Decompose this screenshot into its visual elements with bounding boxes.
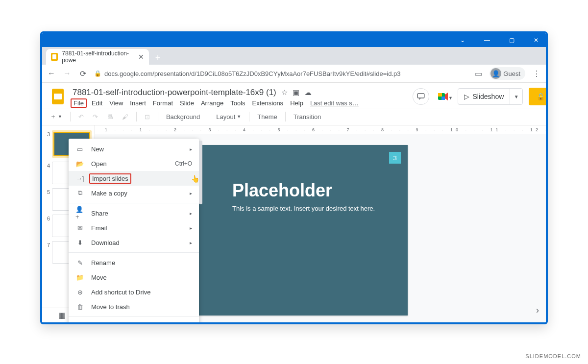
url-text: docs.google.com/presentation/d/1D9CiL08o…	[104, 70, 400, 77]
new-tab-button[interactable]: +	[151, 51, 165, 65]
menu-item-move[interactable]: 📁Move	[69, 270, 199, 285]
menu-item-make-copy[interactable]: ⧉Make a copy▸	[69, 186, 199, 200]
kebab-menu-icon[interactable]: ⋮	[532, 69, 541, 78]
menu-insert[interactable]: Insert	[130, 99, 146, 107]
subtitle-placeholder[interactable]: This is a sample text. Insert your desir…	[232, 205, 375, 212]
menu-slide[interactable]: Slide	[180, 99, 194, 107]
menu-item-open[interactable]: 📂OpenCtrl+O	[69, 156, 199, 171]
layout-dropdown[interactable]: Layout▼	[213, 111, 244, 122]
forward-button[interactable]: →	[63, 69, 72, 78]
copy-icon: ⧉	[75, 189, 84, 197]
doc-title[interactable]: 7881-01-self-introduction-powerpoint-tem…	[73, 88, 276, 97]
thumb-number: 7	[45, 241, 50, 248]
header-actions: ▼ ▷Slideshow ▼ 🔒 Share	[413, 88, 548, 105]
menu-item-import-slides[interactable]: →]Import slides👆	[69, 171, 199, 186]
shortcut-icon: ⊕	[75, 289, 84, 296]
toolbar: ＋▼ ↶ ↷ 🖶 🖌 ⊡ Background Layout▼ Theme Tr…	[42, 108, 548, 125]
menu-item-move-trash[interactable]: 🗑Move to trash	[69, 299, 199, 314]
menu-edit[interactable]: Edit	[92, 99, 102, 107]
thumb-number: 4	[45, 162, 50, 169]
new-slide-button[interactable]: ＋▼	[47, 110, 65, 123]
star-icon[interactable]: ☆	[281, 88, 288, 97]
profile-button[interactable]: 👤 Guest	[490, 67, 525, 80]
url-field[interactable]: 🔒 docs.google.com/presentation/d/1D9CiL0…	[94, 70, 467, 77]
menu-tools[interactable]: Tools	[230, 99, 245, 107]
trash-icon: 🗑	[75, 303, 84, 311]
minimize-button[interactable]: —	[479, 33, 495, 47]
menu-item-rename[interactable]: ✎Rename	[69, 255, 199, 270]
profile-label: Guest	[503, 70, 520, 77]
svg-rect-4	[438, 93, 442, 97]
menu-item-share[interactable]: 👤+Share▸	[69, 206, 199, 220]
theme-button[interactable]: Theme	[254, 111, 280, 122]
thumb-number: 6	[45, 215, 50, 221]
transition-button[interactable]: Transition	[291, 111, 324, 122]
close-tab-icon[interactable]: ✕	[138, 53, 144, 61]
submenu-arrow-icon: ▸	[190, 240, 192, 245]
menu-separator	[69, 316, 199, 317]
window-titlebar: ⌄ — ▢ ✕	[42, 33, 546, 47]
background-button[interactable]: Background	[163, 111, 203, 122]
svg-text:▼: ▼	[448, 96, 452, 100]
svg-rect-5	[441, 97, 445, 100]
browser-tab[interactable]: 7881-01-self-introduction-powe ✕	[46, 49, 149, 65]
submenu-arrow-icon: ▸	[190, 211, 192, 216]
slides-app: 7881-01-self-introduction-powerpoint-tem…	[42, 83, 546, 322]
lock-icon: 🔒	[94, 70, 101, 77]
submenu-arrow-icon: ▸	[190, 146, 192, 152]
reload-button[interactable]: ⟳	[78, 69, 87, 78]
menu-item-version-history[interactable]: ↺Version history▸	[69, 319, 199, 324]
paint-format-button[interactable]: 🖌	[119, 111, 131, 122]
menu-item-new[interactable]: ▭New▸	[69, 142, 199, 156]
menu-item-email[interactable]: ✉Email▸	[69, 220, 199, 235]
meet-button[interactable]: ▼	[435, 88, 452, 105]
move-icon[interactable]: ▣	[293, 88, 299, 97]
slideshow-dropdown[interactable]: ▼	[510, 89, 522, 104]
tablet-icon[interactable]: ▭	[474, 69, 483, 78]
file-menu-dropdown: ▭New▸ 📂OpenCtrl+O →]Import slides👆 ⧉Make…	[69, 139, 199, 324]
import-icon: →]	[75, 175, 84, 182]
maximize-button[interactable]: ▢	[504, 33, 519, 47]
watermark: SLIDEMODEL.COM	[525, 353, 581, 359]
back-button[interactable]: ←	[47, 69, 56, 78]
lock-icon: 🔒	[537, 93, 545, 100]
doc-header: 7881-01-self-introduction-powerpoint-tem…	[42, 83, 548, 108]
menu-view[interactable]: View	[109, 99, 123, 107]
share-button[interactable]: 🔒 Share	[529, 88, 548, 105]
menu-format[interactable]: Format	[153, 99, 173, 107]
svg-rect-2	[418, 94, 425, 98]
share-icon: 👤+	[75, 206, 84, 220]
menu-scrollbar[interactable]	[199, 141, 202, 204]
slides-favicon	[51, 53, 58, 61]
submenu-arrow-icon: ▸	[190, 225, 192, 231]
redo-button[interactable]: ↷	[90, 111, 101, 122]
menu-arrange[interactable]: Arrange	[201, 99, 223, 107]
folder-open-icon: 📂	[75, 160, 84, 168]
menu-item-download[interactable]: ⬇Download▸	[69, 235, 199, 250]
slide-icon: ▭	[75, 146, 84, 153]
menu-extensions[interactable]: Extensions	[252, 99, 284, 107]
submenu-arrow-icon: ▸	[190, 191, 192, 196]
email-icon: ✉	[75, 224, 84, 232]
menu-separator	[69, 203, 199, 203]
menu-file[interactable]: File	[71, 98, 87, 108]
cloud-icon[interactable]: ☁	[304, 88, 312, 97]
zoom-fit-button[interactable]: ⊡	[142, 111, 153, 122]
move-folder-icon: 📁	[75, 274, 84, 281]
svg-rect-1	[54, 94, 62, 99]
undo-button[interactable]: ↶	[75, 111, 87, 122]
slides-logo[interactable]	[49, 88, 67, 105]
menu-help[interactable]: Help	[290, 99, 303, 107]
print-button[interactable]: 🖶	[104, 111, 116, 122]
comments-button[interactable]	[413, 88, 429, 105]
collapse-side-panel-button[interactable]: ›	[536, 305, 539, 315]
shortcut-label: Ctrl+O	[175, 160, 192, 167]
thumb-number: 5	[45, 188, 50, 195]
last-edit-link[interactable]: Last edit was s…	[310, 99, 359, 107]
slideshow-button[interactable]: ▷Slideshow ▼	[458, 88, 523, 105]
menu-item-add-shortcut[interactable]: ⊕Add shortcut to Drive	[69, 285, 199, 299]
chevron-down-icon[interactable]: ⌄	[455, 33, 470, 47]
title-placeholder[interactable]: Placeholder	[232, 180, 332, 201]
close-button[interactable]: ✕	[528, 33, 544, 47]
download-icon: ⬇	[75, 239, 84, 246]
